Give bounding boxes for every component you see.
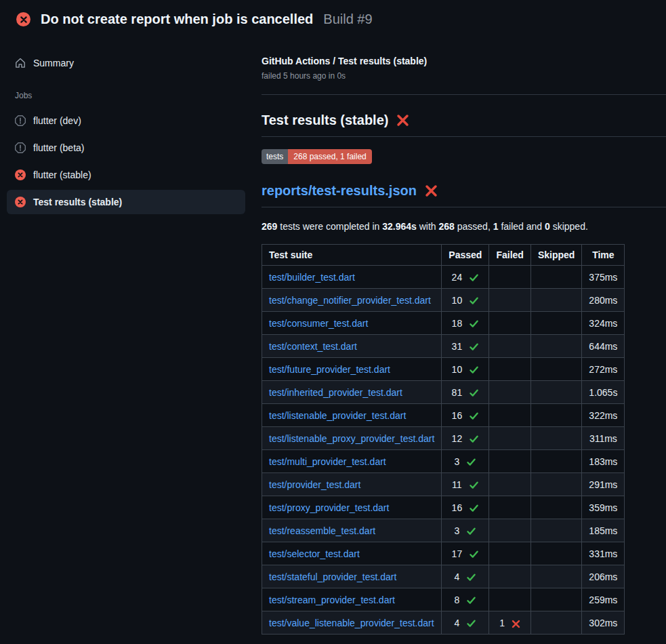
- check-icon: [465, 387, 479, 399]
- table-row: test/provider_test.dart11291ms: [262, 473, 625, 496]
- sidebar-item-job[interactable]: Test results (stable): [7, 190, 245, 214]
- table-row: test/stateful_provider_test.dart4206ms: [262, 565, 625, 588]
- test-suite-link[interactable]: test/builder_test.dart: [269, 272, 355, 283]
- tests-badge[interactable]: tests 268 passed, 1 failed: [262, 149, 372, 164]
- cell-passed: 8: [442, 588, 489, 611]
- x-circle-icon: [15, 169, 26, 180]
- test-suite-link[interactable]: test/inherited_provider_test.dart: [269, 387, 402, 398]
- failed-status-circle-icon: [16, 12, 30, 26]
- table-row: test/consumer_test.dart18324ms: [262, 312, 625, 335]
- test-suite-link[interactable]: test/listenable_provider_test.dart: [269, 410, 406, 421]
- column-header-time: Time: [582, 245, 625, 266]
- section-title-text: Test results (stable): [262, 113, 388, 128]
- test-suite-link[interactable]: test/reassemble_test.dart: [269, 525, 375, 536]
- sidebar-item-job[interactable]: flutter (stable): [7, 163, 245, 187]
- table-row: test/multi_provider_test.dart3183ms: [262, 450, 625, 473]
- cell-failed: [489, 496, 530, 519]
- test-suite-link[interactable]: test/stateful_provider_test.dart: [269, 571, 396, 582]
- sidebar-item-label: flutter (beta): [33, 142, 84, 153]
- cell-failed: [489, 404, 530, 427]
- summary-text: failed and: [499, 221, 545, 232]
- cell-passed: 16: [442, 404, 489, 427]
- cell-test-suite: test/builder_test.dart: [262, 266, 442, 289]
- sidebar-item-summary[interactable]: Summary: [7, 51, 245, 75]
- test-suite-link[interactable]: test/context_test.dart: [269, 341, 357, 352]
- check-icon: [463, 618, 476, 629]
- sidebar: Summary Jobs flutter (dev)flutter (beta)…: [0, 33, 262, 217]
- cell-skipped: [530, 473, 581, 496]
- failed-cross-icon: [425, 184, 438, 197]
- page-title: Do not create report when job is cancell…: [41, 12, 313, 27]
- cancelled-icon: [15, 142, 26, 153]
- cell-passed: 12: [442, 427, 489, 450]
- check-icon: [463, 571, 476, 583]
- test-suite-link[interactable]: test/provider_test.dart: [269, 479, 360, 490]
- cancelled-icon: [15, 115, 26, 126]
- jobs-section-label: Jobs: [15, 91, 245, 100]
- check-icon: [463, 456, 476, 468]
- cell-failed: [489, 312, 530, 335]
- check-icon: [465, 479, 479, 491]
- cell-failed: [489, 289, 530, 312]
- check-icon: [465, 502, 479, 514]
- test-suite-link[interactable]: test/listenable_proxy_provider_test.dart: [269, 433, 434, 444]
- table-row: test/future_provider_test.dart10272ms: [262, 358, 625, 381]
- cell-skipped: [530, 381, 581, 404]
- cell-failed: [489, 519, 530, 542]
- badge-value: 268 passed, 1 failed: [288, 149, 371, 164]
- sidebar-item-label: Test results (stable): [33, 197, 122, 207]
- cell-failed: [489, 542, 530, 565]
- column-header-failed: Failed: [489, 245, 530, 266]
- cell-passed: 11: [442, 473, 489, 496]
- sidebar-item-label: Summary: [33, 58, 74, 68]
- cell-skipped: [530, 611, 581, 635]
- cell-passed: 3: [442, 450, 489, 473]
- cell-skipped: [530, 496, 581, 519]
- cell-failed: [489, 427, 530, 450]
- table-row: test/reassemble_test.dart3185ms: [262, 519, 625, 542]
- report-file-heading: reports/test-results.json: [262, 183, 666, 207]
- test-suite-link[interactable]: test/consumer_test.dart: [269, 318, 368, 329]
- cell-time: 359ms: [582, 496, 625, 519]
- main-content: GitHub Actions / Test results (stable) f…: [262, 33, 666, 635]
- cell-time: 291ms: [582, 473, 625, 496]
- cell-failed: [489, 358, 530, 381]
- failed-cross-icon: [396, 114, 409, 127]
- test-suite-link[interactable]: test/change_notifier_provider_test.dart: [269, 295, 431, 306]
- sidebar-item-job[interactable]: flutter (beta): [7, 136, 245, 160]
- test-suite-link[interactable]: test/stream_provider_test.dart: [269, 595, 395, 605]
- cell-skipped: [530, 404, 581, 427]
- summary-total: 269: [262, 221, 277, 232]
- summary-skipped: 0: [545, 221, 550, 232]
- cell-passed: 10: [442, 358, 489, 381]
- report-file-link[interactable]: reports/test-results.json: [262, 183, 417, 199]
- cell-test-suite: test/listenable_provider_test.dart: [262, 404, 442, 427]
- test-suite-link[interactable]: test/selector_test.dart: [269, 548, 360, 559]
- test-suite-link[interactable]: test/proxy_provider_test.dart: [269, 502, 389, 513]
- summary-failed: 1: [493, 221, 499, 232]
- cell-skipped: [530, 542, 581, 565]
- x-circle-icon: [15, 197, 26, 207]
- run-status-line: failed 5 hours ago in 0s: [262, 71, 666, 81]
- test-suite-link[interactable]: test/multi_provider_test.dart: [269, 456, 386, 467]
- cell-time: 322ms: [582, 404, 625, 427]
- check-icon: [465, 433, 479, 445]
- cell-skipped: [530, 565, 581, 588]
- table-row: test/context_test.dart31644ms: [262, 335, 625, 358]
- build-number: Build #9: [323, 12, 372, 27]
- sidebar-item-job[interactable]: flutter (dev): [7, 108, 245, 133]
- column-header-passed: Passed: [442, 245, 489, 266]
- cell-test-suite: test/listenable_proxy_provider_test.dart: [262, 427, 442, 450]
- table-row: test/value_listenable_provider_test.dart…: [262, 611, 625, 635]
- test-suite-link[interactable]: test/value_listenable_provider_test.dart: [269, 618, 434, 628]
- cell-test-suite: test/provider_test.dart: [262, 473, 442, 496]
- cell-skipped: [530, 358, 581, 381]
- check-icon: [463, 525, 476, 537]
- table-row: test/change_notifier_provider_test.dart1…: [262, 289, 625, 312]
- cell-passed: 4: [442, 611, 489, 635]
- test-suite-link[interactable]: test/future_provider_test.dart: [269, 364, 390, 375]
- cell-passed: 81: [442, 381, 489, 404]
- table-row: test/selector_test.dart17331ms: [262, 542, 625, 565]
- cell-passed: 16: [442, 496, 489, 519]
- cell-time: 331ms: [582, 542, 625, 565]
